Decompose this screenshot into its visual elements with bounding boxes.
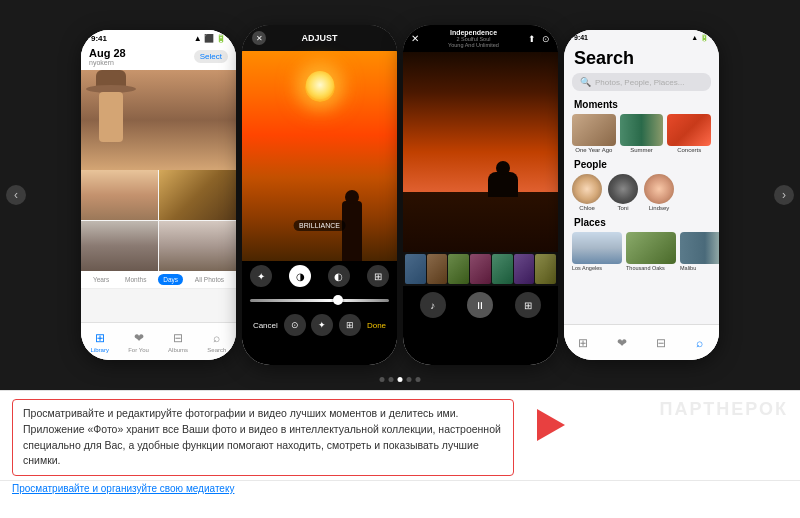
people-row: Chloe Toni Lindsey: [564, 172, 719, 215]
place-thousand[interactable]: Thousand Oaks: [626, 232, 676, 271]
phone2-cancel-btn[interactable]: Cancel: [253, 321, 278, 330]
phone1-statusbar: 9:41 ▲ ⬛ 🔋: [81, 30, 236, 45]
moment-item-2[interactable]: Summer: [620, 114, 664, 153]
phone3-action-icons: ⬆ ⊙: [528, 34, 550, 44]
moment-label-2: Summer: [620, 147, 664, 153]
phone4-statusbar: 9:41 ▲ 🔋: [564, 30, 719, 46]
phone4-tab-library[interactable]: ⊞: [575, 335, 591, 351]
tab-all-photos[interactable]: All Photos: [191, 274, 228, 285]
people-section-title: People: [564, 157, 719, 172]
moment-thumb-1: [572, 114, 616, 146]
place-label-malibu: Malibu: [680, 265, 719, 271]
tab-months[interactable]: Months: [121, 274, 150, 285]
tab-days[interactable]: Days: [158, 274, 183, 285]
page-dot-4[interactable]: [407, 377, 412, 382]
tool-magic[interactable]: ✦: [250, 265, 272, 287]
phone4-bottom-tabs: ⊞ ❤ ⊟ ⌕: [564, 324, 719, 360]
phone2-slider-area: [242, 291, 397, 310]
photo-row-1: [81, 170, 236, 220]
tab-library[interactable]: ⊞ Library: [91, 330, 109, 353]
moment-item-3[interactable]: Concerts: [667, 114, 711, 153]
phone2-header: ✕ ADJUST: [242, 25, 397, 51]
phone4-tab-search[interactable]: ⌕: [692, 335, 708, 351]
phone3-frame: ✕ Independence 2 Soulful Soul Young And …: [403, 25, 558, 365]
person-head-phone3: [496, 161, 510, 175]
page-dot-2[interactable]: [389, 377, 394, 382]
page-dot-1[interactable]: [380, 377, 385, 382]
phone3-grid-btn[interactable]: ⊞: [515, 292, 541, 318]
photo-row-2: [81, 221, 236, 271]
phone4-search-bar[interactable]: 🔍 Photos, People, Places...: [572, 73, 711, 91]
person-lindsey[interactable]: Lindsey: [644, 174, 674, 211]
phone2-icon2[interactable]: ✦: [311, 314, 333, 336]
bottom-area: Просматривайте и редактируйте фотографии…: [0, 390, 800, 518]
place-label-thousand: Thousand Oaks: [626, 265, 676, 271]
phone4-tab-for-you[interactable]: ❤: [614, 335, 630, 351]
thumb-p3-3[interactable]: [448, 254, 469, 284]
page-dot-3[interactable]: [398, 377, 403, 382]
thumb-p3-4[interactable]: [470, 254, 491, 284]
thumb-p3-2[interactable]: [427, 254, 448, 284]
phone1-frame: 9:41 ▲ ⬛ 🔋 Aug 28 nyokern Select: [81, 30, 236, 360]
phone1-timeline-tabs: Years Months Days All Photos: [81, 271, 236, 289]
phone2-slider[interactable]: [250, 299, 389, 302]
search-icon: ⌕: [209, 330, 225, 346]
thumb-p3-6[interactable]: [514, 254, 535, 284]
subtitle-link[interactable]: Просматривайте и организуйте свою медиат…: [0, 480, 800, 496]
phone3-close-icon[interactable]: ✕: [411, 33, 419, 44]
phone4-tab-albums[interactable]: ⊟: [653, 335, 669, 351]
phone2-done-btn[interactable]: Done: [367, 321, 386, 330]
phone3-share-icon[interactable]: ⬆: [528, 34, 536, 44]
phone2-icon1[interactable]: ⊙: [284, 314, 306, 336]
phone2-close-btn[interactable]: ✕: [252, 31, 266, 45]
moment-item-1[interactable]: One Year Ago: [572, 114, 616, 153]
phone3-title-area: Independence 2 Soulful Soul Young And Un…: [448, 29, 499, 48]
phone3-main-photo: [403, 52, 558, 252]
nav-arrow-left[interactable]: ‹: [6, 185, 26, 205]
tool-adjust[interactable]: ◑: [289, 265, 311, 287]
phone2-tool-icons: ✦ ◑ ◐ ⊞: [242, 261, 397, 291]
tab-search[interactable]: ⌕ Search: [207, 330, 226, 353]
tab-for-you[interactable]: ❤ For You: [128, 330, 149, 353]
person-chloe[interactable]: Chloe: [572, 174, 602, 211]
rocks-base: [403, 192, 558, 252]
photo-thumb-4[interactable]: [159, 221, 236, 271]
thumb-p3-7[interactable]: [535, 254, 556, 284]
tab-for-you-label: For You: [128, 347, 149, 353]
nav-arrow-right[interactable]: ›: [774, 185, 794, 205]
phone1-bottom-tabs: ⊞ Library ❤ For You ⊟ Albums ⌕ Search: [81, 322, 236, 360]
avatar-lindsey: [644, 174, 674, 204]
tool-filter[interactable]: ◐: [328, 265, 350, 287]
phone3-header: ✕ Independence 2 Soulful Soul Young And …: [403, 25, 558, 52]
phone1-select-btn[interactable]: Select: [194, 50, 228, 63]
phone3-more-icon[interactable]: ⊙: [542, 34, 550, 44]
avatar-toni: [608, 174, 638, 204]
phone2-brilliance-label: BRILLIANCE: [293, 220, 346, 231]
search-bar-icon: 🔍: [580, 77, 591, 87]
place-malibu[interactable]: Malibu: [680, 232, 719, 271]
tab-library-label: Library: [91, 347, 109, 353]
photo-thumb-2[interactable]: [159, 170, 236, 220]
person-sitting: [488, 172, 518, 197]
places-section-title: Places: [564, 215, 719, 230]
place-label-la: Los Angeles: [572, 265, 622, 271]
phone2-icon3[interactable]: ⊞: [339, 314, 361, 336]
places-row: Los Angeles Thousand Oaks Malibu San...: [564, 230, 719, 275]
place-la[interactable]: Los Angeles: [572, 232, 622, 271]
photo-thumb-3[interactable]: [81, 221, 158, 271]
thumb-p3-1[interactable]: [405, 254, 426, 284]
sun-element: [306, 71, 334, 99]
phone1-screen: 9:41 ▲ ⬛ 🔋 Aug 28 nyokern Select: [81, 30, 236, 360]
person-toni[interactable]: Toni: [608, 174, 638, 211]
person-body-phone2: [342, 201, 362, 261]
phone1-date: Aug 28: [89, 47, 126, 59]
phone2-bottom-controls: Cancel ⊙ ✦ ⊞ Done: [242, 310, 397, 340]
page-dot-5[interactable]: [416, 377, 421, 382]
phone3-play-btn[interactable]: ⏸: [467, 292, 493, 318]
photo-thumb-1[interactable]: [81, 170, 158, 220]
tool-crop[interactable]: ⊞: [367, 265, 389, 287]
phone3-music-btn[interactable]: ♪: [420, 292, 446, 318]
tab-years[interactable]: Years: [89, 274, 113, 285]
thumb-p3-5[interactable]: [492, 254, 513, 284]
tab-albums[interactable]: ⊟ Albums: [168, 330, 188, 353]
